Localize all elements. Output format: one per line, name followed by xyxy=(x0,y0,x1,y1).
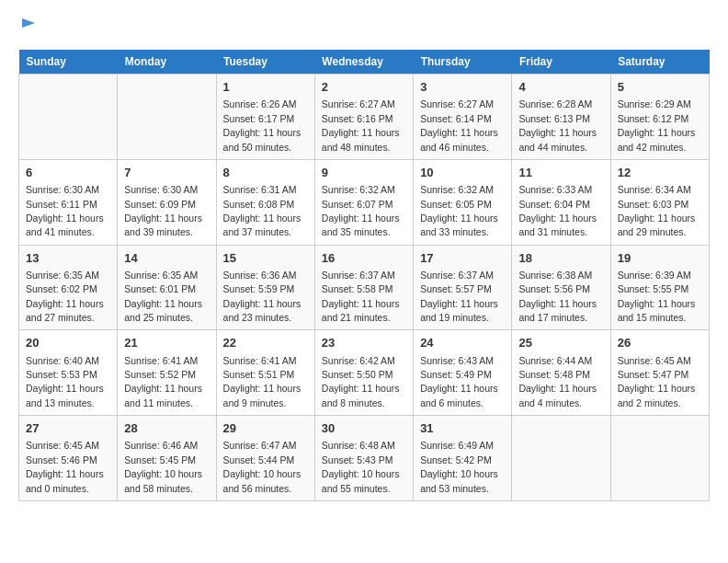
calendar-cell xyxy=(19,75,118,160)
day-info: Sunrise: 6:29 AM Sunset: 6:12 PM Dayligh… xyxy=(618,98,696,152)
calendar-cell xyxy=(610,416,709,501)
day-info: Sunrise: 6:42 AM Sunset: 5:50 PM Dayligh… xyxy=(322,355,400,408)
calendar-cell: 1Sunrise: 6:26 AM Sunset: 6:17 PM Daylig… xyxy=(216,75,314,160)
calendar-cell: 4Sunrise: 6:28 AM Sunset: 6:13 PM Daylig… xyxy=(512,75,610,160)
weekday-header: Monday xyxy=(118,50,216,75)
calendar-cell: 10Sunrise: 6:32 AM Sunset: 6:05 PM Dayli… xyxy=(414,159,512,245)
calendar-cell: 13Sunrise: 6:35 AM Sunset: 6:02 PM Dayli… xyxy=(19,245,118,330)
calendar-cell: 29Sunrise: 6:47 AM Sunset: 5:44 PM Dayli… xyxy=(216,416,314,501)
weekday-header: Wednesday xyxy=(314,50,413,75)
day-number: 7 xyxy=(124,165,209,181)
day-number: 20 xyxy=(26,335,110,351)
calendar-cell: 5Sunrise: 6:29 AM Sunset: 6:12 PM Daylig… xyxy=(610,75,709,160)
day-info: Sunrise: 6:31 AM Sunset: 6:08 PM Dayligh… xyxy=(223,184,301,237)
calendar-cell: 9Sunrise: 6:32 AM Sunset: 6:07 PM Daylig… xyxy=(314,159,413,245)
day-info: Sunrise: 6:28 AM Sunset: 6:13 PM Dayligh… xyxy=(518,98,597,152)
calendar-cell: 27Sunrise: 6:45 AM Sunset: 5:46 PM Dayli… xyxy=(19,416,118,501)
calendar-cell: 14Sunrise: 6:35 AM Sunset: 6:01 PM Dayli… xyxy=(118,245,216,330)
day-number: 13 xyxy=(26,250,110,267)
day-info: Sunrise: 6:34 AM Sunset: 6:03 PM Dayligh… xyxy=(618,184,696,237)
page-header xyxy=(18,18,710,40)
day-info: Sunrise: 6:49 AM Sunset: 5:42 PM Dayligh… xyxy=(420,440,498,493)
calendar-cell: 17Sunrise: 6:37 AM Sunset: 5:57 PM Dayli… xyxy=(414,245,512,330)
day-info: Sunrise: 6:35 AM Sunset: 6:01 PM Dayligh… xyxy=(124,270,202,323)
calendar-cell: 8Sunrise: 6:31 AM Sunset: 6:08 PM Daylig… xyxy=(216,159,314,245)
logo xyxy=(18,18,37,40)
day-number: 19 xyxy=(618,250,702,267)
day-info: Sunrise: 6:46 AM Sunset: 5:45 PM Dayligh… xyxy=(124,440,202,493)
calendar-cell: 31Sunrise: 6:49 AM Sunset: 5:42 PM Dayli… xyxy=(414,416,512,501)
day-info: Sunrise: 6:33 AM Sunset: 6:04 PM Dayligh… xyxy=(518,184,597,237)
weekday-header: Friday xyxy=(512,50,610,75)
day-info: Sunrise: 6:45 AM Sunset: 5:46 PM Dayligh… xyxy=(26,440,104,493)
day-info: Sunrise: 6:40 AM Sunset: 5:53 PM Dayligh… xyxy=(26,355,104,408)
day-info: Sunrise: 6:41 AM Sunset: 5:52 PM Dayligh… xyxy=(124,355,202,408)
day-info: Sunrise: 6:38 AM Sunset: 5:56 PM Dayligh… xyxy=(518,270,597,323)
day-number: 8 xyxy=(223,165,308,181)
day-info: Sunrise: 6:37 AM Sunset: 5:57 PM Dayligh… xyxy=(420,270,498,323)
day-info: Sunrise: 6:44 AM Sunset: 5:48 PM Dayligh… xyxy=(518,355,597,408)
day-info: Sunrise: 6:26 AM Sunset: 6:17 PM Dayligh… xyxy=(223,98,301,152)
day-number: 25 xyxy=(518,335,603,351)
calendar-cell: 23Sunrise: 6:42 AM Sunset: 5:50 PM Dayli… xyxy=(314,330,413,416)
day-number: 17 xyxy=(420,250,505,267)
svg-marker-0 xyxy=(22,18,35,28)
calendar-cell: 3Sunrise: 6:27 AM Sunset: 6:14 PM Daylig… xyxy=(414,75,512,160)
calendar-cell: 20Sunrise: 6:40 AM Sunset: 5:53 PM Dayli… xyxy=(19,330,118,416)
calendar-table: SundayMondayTuesdayWednesdayThursdayFrid… xyxy=(18,50,710,501)
weekday-header: Thursday xyxy=(414,50,512,75)
day-number: 27 xyxy=(26,420,110,437)
calendar-cell: 18Sunrise: 6:38 AM Sunset: 5:56 PM Dayli… xyxy=(512,245,610,330)
calendar-cell: 2Sunrise: 6:27 AM Sunset: 6:16 PM Daylig… xyxy=(314,75,413,160)
day-info: Sunrise: 6:27 AM Sunset: 6:16 PM Dayligh… xyxy=(322,98,400,152)
day-number: 30 xyxy=(322,420,406,437)
calendar-cell: 21Sunrise: 6:41 AM Sunset: 5:52 PM Dayli… xyxy=(118,330,216,416)
day-info: Sunrise: 6:48 AM Sunset: 5:43 PM Dayligh… xyxy=(322,440,400,493)
day-info: Sunrise: 6:37 AM Sunset: 5:58 PM Dayligh… xyxy=(322,270,400,323)
day-number: 1 xyxy=(223,79,308,96)
day-number: 22 xyxy=(223,335,308,351)
calendar-cell: 11Sunrise: 6:33 AM Sunset: 6:04 PM Dayli… xyxy=(512,159,610,245)
day-number: 9 xyxy=(322,165,406,181)
day-number: 29 xyxy=(223,420,308,437)
day-number: 21 xyxy=(124,335,209,351)
calendar-cell: 25Sunrise: 6:44 AM Sunset: 5:48 PM Dayli… xyxy=(512,330,610,416)
calendar-cell: 24Sunrise: 6:43 AM Sunset: 5:49 PM Dayli… xyxy=(414,330,512,416)
weekday-header: Tuesday xyxy=(216,50,314,75)
calendar-week-row: 27Sunrise: 6:45 AM Sunset: 5:46 PM Dayli… xyxy=(19,416,710,501)
day-info: Sunrise: 6:27 AM Sunset: 6:14 PM Dayligh… xyxy=(420,98,498,152)
day-number: 16 xyxy=(322,250,406,267)
day-info: Sunrise: 6:39 AM Sunset: 5:55 PM Dayligh… xyxy=(618,270,696,323)
day-info: Sunrise: 6:32 AM Sunset: 6:07 PM Dayligh… xyxy=(322,184,400,237)
day-number: 5 xyxy=(618,79,702,96)
weekday-header: Sunday xyxy=(19,50,118,75)
logo-arrow-icon xyxy=(20,15,37,31)
day-number: 2 xyxy=(322,79,406,96)
weekday-header: Saturday xyxy=(610,50,709,75)
day-number: 31 xyxy=(420,420,505,437)
day-number: 23 xyxy=(322,335,406,351)
calendar-week-row: 13Sunrise: 6:35 AM Sunset: 6:02 PM Dayli… xyxy=(19,245,710,330)
day-info: Sunrise: 6:47 AM Sunset: 5:44 PM Dayligh… xyxy=(223,440,301,493)
calendar-cell: 30Sunrise: 6:48 AM Sunset: 5:43 PM Dayli… xyxy=(314,416,413,501)
day-number: 6 xyxy=(26,165,110,181)
calendar-cell xyxy=(118,75,216,160)
day-number: 15 xyxy=(223,250,308,267)
calendar-cell: 16Sunrise: 6:37 AM Sunset: 5:58 PM Dayli… xyxy=(314,245,413,330)
calendar-cell xyxy=(512,416,610,501)
day-info: Sunrise: 6:36 AM Sunset: 5:59 PM Dayligh… xyxy=(223,270,301,323)
calendar-cell: 19Sunrise: 6:39 AM Sunset: 5:55 PM Dayli… xyxy=(610,245,709,330)
day-number: 11 xyxy=(518,165,603,181)
day-number: 26 xyxy=(618,335,702,351)
calendar-cell: 6Sunrise: 6:30 AM Sunset: 6:11 PM Daylig… xyxy=(19,159,118,245)
day-info: Sunrise: 6:45 AM Sunset: 5:47 PM Dayligh… xyxy=(618,355,696,408)
calendar-week-row: 20Sunrise: 6:40 AM Sunset: 5:53 PM Dayli… xyxy=(19,330,710,416)
day-number: 3 xyxy=(420,79,505,96)
calendar-week-row: 1Sunrise: 6:26 AM Sunset: 6:17 PM Daylig… xyxy=(19,75,710,160)
day-info: Sunrise: 6:41 AM Sunset: 5:51 PM Dayligh… xyxy=(223,355,301,408)
calendar-cell: 28Sunrise: 6:46 AM Sunset: 5:45 PM Dayli… xyxy=(118,416,216,501)
calendar-cell: 7Sunrise: 6:30 AM Sunset: 6:09 PM Daylig… xyxy=(118,159,216,245)
day-info: Sunrise: 6:43 AM Sunset: 5:49 PM Dayligh… xyxy=(420,355,498,408)
day-info: Sunrise: 6:30 AM Sunset: 6:09 PM Dayligh… xyxy=(124,184,202,237)
day-number: 28 xyxy=(124,420,209,437)
